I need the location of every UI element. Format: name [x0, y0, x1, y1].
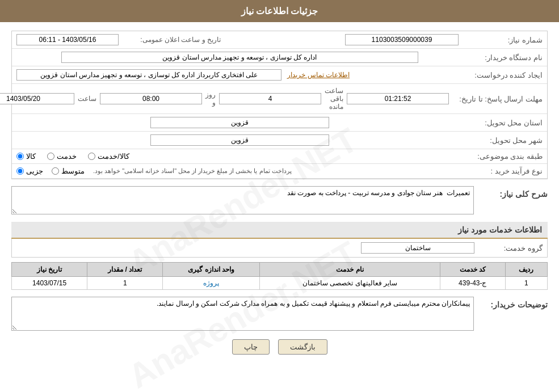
table-row: 1 ج-43-439 سایر فعالیتهای تخصصی ساختمان … — [12, 277, 548, 290]
process-jazyi-radio[interactable] — [16, 167, 24, 175]
category-kala-radio[interactable] — [16, 153, 24, 160]
cell-count: 1 — [87, 277, 163, 290]
category-khedmat-radio[interactable] — [47, 153, 54, 160]
cell-row: 1 — [505, 277, 547, 290]
services-section-header: اطلاعات خدمات مورد نیاز — [11, 222, 548, 239]
announce-datetime-input[interactable] — [16, 34, 119, 45]
buyer-notes-header: توضیحات خریدار: — [480, 297, 548, 309]
category-kala-khedmat-label: کالا/خدمت — [98, 152, 129, 161]
category-kala-khedmat: کالا/خدمت — [88, 152, 129, 161]
buyer-org-label: نام دستگاه خریدار: — [463, 53, 543, 62]
city-label: شهر محل تحویل: — [463, 136, 543, 145]
creator-contact-link[interactable]: اطلاعات تماس خریدار — [287, 71, 350, 79]
deadline-date-input[interactable] — [0, 93, 74, 104]
province-input[interactable] — [150, 117, 329, 128]
service-group-label: گروه خدمت: — [474, 244, 543, 252]
process-jazyi: جزیی — [16, 167, 43, 175]
col-header-date: تاریخ نیاز — [12, 263, 87, 277]
services-section-label: اطلاعات خدمات مورد نیاز — [458, 225, 542, 234]
print-button[interactable]: چاپ — [232, 339, 270, 355]
col-header-count: تعداد / مقدار — [87, 263, 163, 277]
category-kala: کالا — [16, 152, 36, 161]
page-wrapper: جزئیات اطلاعات نیاز شماره نیاز: تاریخ و … — [0, 0, 559, 392]
announce-datetime-label: تاریخ و ساعت اعلان عمومی: — [119, 36, 221, 44]
need-description-textarea[interactable]: تعمیرات هنر ستان جوادی و مدرسه تربیت - پ… — [11, 186, 474, 214]
row-process-type: نوع فرآیند خرید : پرداخت تمام یا بخشی از… — [12, 164, 547, 179]
buyer-notes-textarea[interactable]: پیمانکاران محترم میبایستی فرم استعلام و … — [11, 297, 474, 331]
col-header-name: نام خدمت — [259, 263, 440, 277]
deadline-time-label: ساعت — [78, 95, 96, 103]
creator-label: ایجاد کننده درخواست: — [463, 71, 543, 79]
process-jazyi-label: جزیی — [26, 167, 43, 175]
deadline-time-input[interactable] — [100, 93, 202, 104]
page-header: جزئیات اطلاعات نیاز — [0, 0, 559, 22]
row-deadline: مهلت ارسال پاسخ: تا تاریخ: ساعت باقی مان… — [12, 84, 547, 114]
row-need-number: شماره نیاز: تاریخ و ساعت اعلان عمومی: — [12, 31, 547, 49]
deadline-days-label: روز و — [205, 91, 216, 107]
need-description-label: شرح کلی نیاز: — [500, 189, 548, 199]
buyer-notes-label: توضیحات خریدار: — [490, 300, 548, 309]
deadline-label: مهلت ارسال پاسخ: تا تاریخ: — [452, 95, 543, 103]
process-motavaset: متوسط — [52, 167, 85, 175]
creator-input[interactable] — [16, 69, 281, 81]
process-motavaset-label: متوسط — [61, 167, 85, 175]
back-button[interactable]: بازگشت — [278, 339, 327, 355]
need-description-section: شرح کلی نیاز: AnaRender.NET تعمیرات هنر … — [11, 186, 548, 216]
service-group-input[interactable] — [361, 242, 474, 254]
buyer-notes-section: توضیحات خریدار: AnaRender.NET پیمانکاران… — [11, 297, 548, 332]
category-kala-label: کالا — [26, 152, 36, 161]
row-city: شهر محل تحویل: — [12, 132, 547, 149]
row-province: استان محل تحویل: — [12, 114, 547, 132]
category-label: طبقه بندی موضوعی: — [463, 152, 543, 161]
bottom-buttons: بازگشت چاپ — [11, 332, 548, 361]
city-input[interactable] — [150, 134, 329, 146]
col-header-code: کد خدمت — [440, 263, 505, 277]
buyer-org-input[interactable] — [61, 52, 419, 63]
services-table: ردیف کد خدمت نام خدمت واحد اندازه گیری ت… — [11, 262, 548, 290]
category-kala-khedmat-radio[interactable] — [88, 153, 95, 160]
row-buyer-org: نام دستگاه خریدار: — [12, 49, 547, 66]
buyer-notes-area: AnaRender.NET پیمانکاران محترم میبایستی … — [11, 297, 474, 332]
cell-name: سایر فعالیتهای تخصصی ساختمان — [259, 277, 440, 290]
col-header-row: ردیف — [505, 263, 547, 277]
need-description-header: شرح کلی نیاز: — [480, 186, 548, 199]
service-group-row: گروه خدمت: — [11, 239, 548, 258]
row-category: طبقه بندی موضوعی: کالا/خدمت خدمت کالا — [12, 149, 547, 164]
need-number-input[interactable] — [345, 34, 459, 45]
need-description-area: AnaRender.NET تعمیرات هنر ستان جوادی و م… — [11, 186, 474, 216]
cell-unit: پروژه — [163, 277, 260, 290]
deadline-days-input[interactable] — [219, 93, 321, 104]
content-area: شماره نیاز: تاریخ و ساعت اعلان عمومی: نا… — [0, 22, 559, 370]
row-creator: ایجاد کننده درخواست: اطلاعات تماس خریدار — [12, 66, 547, 84]
main-info-section: شماره نیاز: تاریخ و ساعت اعلان عمومی: نا… — [11, 31, 548, 179]
deadline-remaining-label: ساعت باقی مانده — [325, 87, 343, 111]
province-label: استان محل تحویل: — [463, 119, 543, 127]
category-khedmat: خدمت — [47, 152, 77, 161]
col-header-unit: واحد اندازه گیری — [163, 263, 260, 277]
process-motavaset-radio[interactable] — [52, 167, 59, 175]
need-number-label: شماره نیاز: — [463, 36, 543, 44]
category-khedmat-label: خدمت — [57, 152, 77, 161]
process-label: نوع فرآیند خرید : — [463, 167, 543, 175]
cell-code: ج-43-439 — [440, 277, 505, 290]
process-note: پرداخت تمام یا بخشی از مبلغ خریدار از مح… — [93, 167, 292, 175]
page-title: جزئیات اطلاعات نیاز — [241, 6, 318, 16]
deadline-remaining-input[interactable] — [347, 93, 449, 104]
cell-date: 1403/07/15 — [12, 277, 87, 290]
